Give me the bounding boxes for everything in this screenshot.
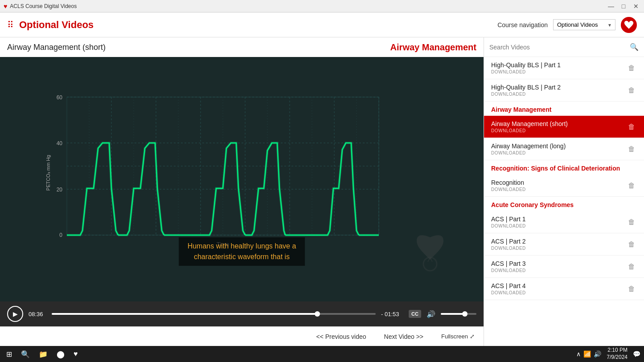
header-left: ⠿ Optional Videos (7, 19, 94, 31)
prev-video-link[interactable]: << Previous video (316, 333, 366, 340)
close-button[interactable]: ✕ (632, 2, 640, 11)
section-header-airway: Airway Management (484, 102, 644, 116)
taskbar-chrome[interactable]: ⬤ (54, 349, 67, 359)
title-bar-controls[interactable]: — □ ✕ (607, 2, 640, 11)
taskbar-left: ⊞ 🔍 📁 ⬤ ♥ (4, 349, 81, 359)
video-item-status: DOWNLOADED (491, 69, 626, 74)
video-item-title: High-Quality BLS | Part 2 (491, 84, 626, 91)
video-item-title: ACS | Part 1 (491, 216, 626, 223)
taskbar-search[interactable]: 🔍 (18, 349, 33, 359)
delete-button[interactable]: 🗑 (626, 239, 637, 250)
fullscreen-button[interactable]: Fullscreen ⤢ (441, 333, 475, 340)
video-title-left: Airway Management (short) (7, 43, 106, 52)
taskbar: ⊞ 🔍 📁 ⬤ ♥ ∧ 📶 🔊 2:10 PM 7/9/2024 💬 (0, 346, 644, 362)
video-container: 60 40 20 0 PETCO₂ mm Hg Time (0, 57, 484, 301)
volume-bar[interactable] (441, 313, 476, 315)
delete-button[interactable]: 🗑 (626, 121, 637, 133)
footer-nav: << Previous video Next Video >> Fullscre… (0, 326, 484, 346)
play-button[interactable]: ▶ (7, 306, 23, 322)
course-nav-select[interactable]: Optional Videos Required Videos (553, 19, 615, 30)
next-video-link[interactable]: Next Video >> (384, 333, 423, 340)
video-title-bar: Airway Management (short) Airway Managem… (0, 37, 484, 57)
search-input[interactable] (489, 44, 626, 51)
video-item-status: DOWNLOADED (491, 150, 626, 155)
video-item-info: Airway Management (long) DOWNLOADED (491, 142, 626, 155)
delete-button[interactable]: 🗑 (626, 283, 637, 295)
remaining-time: - 01:53 (381, 311, 403, 317)
video-item-status: DOWNLOADED (491, 246, 626, 251)
video-item-info: High-Quality BLS | Part 1 DOWNLOADED (491, 61, 626, 74)
aha-watermark (412, 228, 448, 275)
video-item-status: DOWNLOADED (491, 268, 626, 273)
notification-icon[interactable]: 💬 (633, 350, 640, 358)
waveform-chart: 60 40 20 0 PETCO₂ mm Hg Time (45, 93, 383, 248)
chart-area: 60 40 20 0 PETCO₂ mm Hg Time (45, 93, 383, 248)
taskbar-app[interactable]: ♥ (71, 349, 81, 359)
app-name: ACLS Course Digital Videos (10, 3, 77, 9)
taskbar-right: ∧ 📶 🔊 2:10 PM 7/9/2024 💬 (576, 347, 640, 361)
fullscreen-label: Fullscreen (441, 333, 468, 340)
video-item-status: DOWNLOADED (491, 290, 626, 295)
svg-text:PETCO₂ mm Hg: PETCO₂ mm Hg (45, 155, 51, 191)
list-item[interactable]: ACS | Part 3 DOWNLOADED 🗑 (484, 256, 644, 278)
video-item-title: Airway Management (long) (491, 142, 626, 150)
video-item-status: DOWNLOADED (491, 187, 626, 192)
svg-text:20: 20 (57, 187, 63, 193)
list-item[interactable]: ACS | Part 1 DOWNLOADED 🗑 (484, 211, 644, 233)
video-item-title: Recognition (491, 179, 626, 186)
delete-button[interactable]: 🗑 (626, 143, 637, 155)
list-item[interactable]: High-Quality BLS | Part 2 DOWNLOADED 🗑 (484, 79, 644, 102)
delete-button[interactable]: 🗑 (626, 180, 637, 191)
menu-icon[interactable]: ⠿ (7, 20, 14, 30)
subtitle-line2: characteristic waveform that is (188, 252, 296, 262)
delete-button[interactable]: 🗑 (626, 85, 637, 96)
delete-button[interactable]: 🗑 (626, 261, 637, 273)
title-bar: ♥ ACLS Course Digital Videos — □ ✕ (0, 0, 644, 12)
section-header-acs: Acute Coronary Syndromes (484, 197, 644, 211)
video-item-title: Airway Management (short) (491, 120, 626, 127)
current-time: 08:36 (29, 311, 46, 317)
list-item[interactable]: ACS | Part 2 DOWNLOADED 🗑 (484, 233, 644, 256)
progress-bar[interactable] (52, 313, 376, 315)
svg-text:0: 0 (59, 232, 62, 238)
course-nav-label: Course navigation (497, 21, 548, 28)
video-item-info: ACS | Part 1 DOWNLOADED (491, 216, 626, 228)
video-item-status: DOWNLOADED (491, 128, 626, 133)
aha-logo (621, 17, 637, 33)
video-title-right: Airway Management (390, 42, 476, 53)
progress-thumb (315, 311, 320, 317)
taskbar-date: 7/9/2024 (607, 354, 628, 361)
video-item-info: High-Quality BLS | Part 2 DOWNLOADED (491, 84, 626, 97)
start-button[interactable]: ⊞ (4, 349, 15, 359)
minimize-button[interactable]: — (607, 2, 615, 11)
cc-button[interactable]: CC (409, 310, 421, 318)
list-item[interactable]: Recognition DOWNLOADED 🗑 (484, 175, 644, 197)
video-item-info: Recognition DOWNLOADED (491, 179, 626, 192)
sidebar: 🔍 High-Quality BLS | Part 1 DOWNLOADED 🗑… (484, 37, 644, 346)
video-item-info: ACS | Part 2 DOWNLOADED (491, 238, 626, 251)
network-icon: 📶 (583, 350, 591, 358)
taskbar-clock: 2:10 PM 7/9/2024 (607, 347, 628, 361)
subtitle-line1: Humans with healthy lungs have a (188, 241, 296, 252)
video-controls: ▶ 08:36 - 01:53 CC 🔊 (0, 301, 484, 326)
section-header-recognition: Recognition: Signs of Clinical Deteriora… (484, 160, 644, 175)
title-bar-left: ♥ ACLS Course Digital Videos (4, 3, 77, 10)
search-icon[interactable]: 🔍 (630, 43, 639, 51)
volume-icon[interactable]: 🔊 (427, 310, 435, 318)
delete-button[interactable]: 🗑 (626, 62, 637, 74)
list-item-active[interactable]: Airway Management (short) DOWNLOADED 🗑 (484, 116, 644, 138)
video-item-title: ACS | Part 3 (491, 260, 626, 267)
taskbar-time: 2:10 PM (607, 347, 628, 354)
content-area: Airway Management (short) Airway Managem… (0, 37, 644, 346)
video-item-info: ACS | Part 4 DOWNLOADED (491, 282, 626, 295)
list-item[interactable]: High-Quality BLS | Part 1 DOWNLOADED 🗑 (484, 57, 644, 79)
video-item-title: ACS | Part 2 (491, 238, 626, 245)
video-item-title: High-Quality BLS | Part 1 (491, 61, 626, 69)
taskbar-files[interactable]: 📁 (36, 349, 50, 359)
list-item[interactable]: Airway Management (long) DOWNLOADED 🗑 (484, 138, 644, 160)
course-nav-wrapper[interactable]: Optional Videos Required Videos ▼ (553, 19, 615, 30)
list-item[interactable]: ACS | Part 4 DOWNLOADED 🗑 (484, 278, 644, 300)
video-item-info: Airway Management (short) DOWNLOADED (491, 120, 626, 133)
maximize-button[interactable]: □ (619, 2, 628, 11)
delete-button[interactable]: 🗑 (626, 216, 637, 228)
